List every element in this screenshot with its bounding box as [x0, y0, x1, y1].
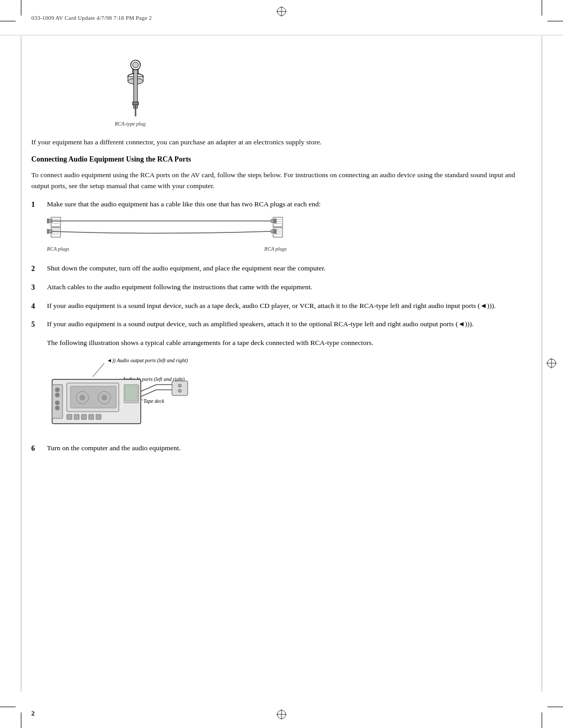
main-content: RCA-type plug If your equipment has a di… [31, 35, 532, 697]
step-2-text: Shut down the computer, turn off the aud… [47, 264, 326, 272]
tape-deck-note: The following illustration shows a typic… [31, 338, 532, 349]
svg-point-73 [102, 395, 107, 400]
header-text: 033-1009 AV Card Update 4/7/98 7:18 PM P… [31, 15, 152, 21]
svg-point-61 [56, 389, 58, 391]
step-2: 2 Shut down the computer, turn off the a… [31, 263, 532, 275]
svg-rect-75 [74, 414, 79, 419]
step-3: 3 Attach cables to the audio equipment f… [31, 282, 532, 293]
step-6-number: 6 [31, 443, 47, 454]
rca-plug-svg [115, 56, 156, 119]
step-3-number: 3 [31, 282, 47, 293]
step-5: 5 If your audio equipment is a sound out… [31, 319, 532, 330]
tape-deck-svg: ◄)) Audio output ports (left and right) … [47, 356, 266, 431]
svg-rect-36 [51, 217, 60, 227]
rca-label-left: RCA plugs [47, 245, 69, 253]
step-1: 1 Make sure that the audio equipment has… [31, 199, 532, 256]
reg-mark-right [546, 358, 557, 371]
step-2-content: Shut down the computer, turn off the aud… [47, 263, 532, 274]
step-4-text: If your audio equipment is a sound input… [47, 302, 496, 310]
svg-rect-33 [47, 229, 49, 233]
svg-line-81 [141, 385, 156, 391]
svg-rect-80 [125, 386, 138, 401]
svg-line-53 [93, 363, 104, 377]
rca-cable-labels: RCA plugs RCA plugs [47, 245, 287, 253]
page-number: 2 [31, 709, 35, 718]
svg-point-87 [178, 389, 181, 392]
svg-rect-69 [70, 386, 116, 408]
side-line-right [542, 36, 542, 692]
steps-list-2: 6 Turn on the computer and the audio equ… [31, 443, 532, 454]
page: 033-1009 AV Card Update 4/7/98 7:18 PM P… [0, 0, 563, 728]
step-1-text: Make sure that the audio equipment has a… [47, 200, 321, 208]
section-intro: To connect audio equipment using the RCA… [31, 170, 532, 192]
svg-point-86 [178, 384, 181, 387]
svg-line-82 [141, 390, 156, 397]
svg-text:Tape deck: Tape deck [143, 398, 164, 404]
step-6-content: Turn on the computer and the audio equip… [47, 443, 532, 454]
svg-text:◄)) Audio output ports (left a: ◄)) Audio output ports (left and right) [107, 357, 188, 364]
step-5-text: If your audio equipment is a sound outpu… [47, 320, 474, 328]
svg-rect-78 [96, 414, 101, 419]
step-3-content: Attach cables to the audio equipment fol… [47, 282, 532, 293]
svg-rect-40 [51, 228, 60, 237]
rca-plug-caption: RCA-type plug [115, 121, 145, 127]
svg-point-71 [80, 395, 85, 400]
step-1-content: Make sure that the audio equipment has a… [47, 199, 532, 256]
svg-rect-77 [89, 414, 94, 419]
crop-mark-bl-v [21, 712, 21, 728]
side-line-left [21, 36, 21, 692]
rca-cable-svg [47, 215, 287, 244]
steps-list: 1 Make sure that the audio equipment has… [31, 199, 532, 330]
tape-deck-illustration: ◄)) Audio output ports (left and right) … [47, 356, 532, 434]
intro-text: If your equipment has a different connec… [31, 137, 532, 148]
reg-mark-bottom [276, 709, 287, 722]
crop-mark-br-h [547, 707, 563, 707]
svg-rect-85 [172, 381, 188, 396]
rca-plug-illustration: RCA-type plug [115, 56, 532, 127]
rca-cable-illustration: RCA plugs RCA plugs [47, 215, 532, 253]
step-4-number: 4 [31, 301, 47, 312]
step-4: 4 If your audio equipment is a sound inp… [31, 301, 532, 312]
step-6: 6 Turn on the computer and the audio equ… [31, 443, 532, 454]
step-6-text: Turn on the computer and the audio equip… [47, 444, 181, 452]
svg-point-63 [56, 394, 58, 396]
svg-rect-28 [47, 219, 49, 223]
svg-rect-74 [67, 414, 72, 419]
step-3-text: Attach cables to the audio equipment fol… [47, 283, 312, 291]
crop-mark-bl-h [0, 707, 16, 707]
step-1-number: 1 [31, 199, 47, 211]
step-5-number: 5 [31, 319, 47, 330]
svg-point-10 [132, 62, 138, 68]
svg-point-65 [56, 402, 58, 404]
svg-rect-76 [81, 414, 87, 419]
crop-mark-br-v [542, 712, 542, 728]
step-4-content: If your audio equipment is a sound input… [47, 301, 532, 312]
step-2-number: 2 [31, 263, 47, 275]
header-bar: 033-1009 AV Card Update 4/7/98 7:18 PM P… [0, 0, 563, 35]
svg-point-67 [56, 407, 58, 409]
step-5-content: If your audio equipment is a sound outpu… [47, 319, 532, 330]
section-heading: Connecting Audio Equipment Using the RCA… [31, 155, 532, 164]
rca-label-right: RCA plugs [264, 245, 287, 253]
svg-rect-16 [132, 102, 138, 105]
